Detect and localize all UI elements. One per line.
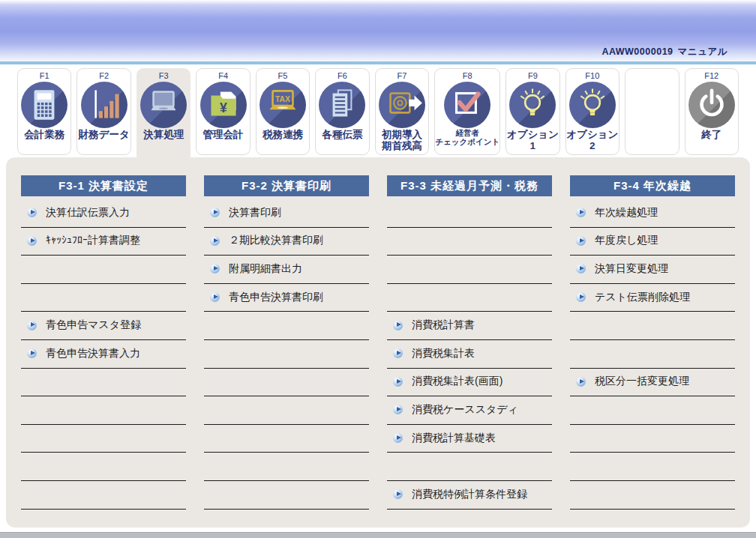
- menu-row-empty: [21, 369, 186, 397]
- bulb-icon: [569, 82, 616, 128]
- menu-row-empty: [21, 284, 186, 312]
- fkey-label: F12: [704, 70, 718, 81]
- menu-grid: F3-1 決算書設定 決算仕訳伝票入力 ｷｬｯｼｭﾌﾛｰ計算書調整 青色申告マス…: [6, 157, 750, 510]
- menu-item[interactable]: 決算書印刷: [204, 199, 369, 228]
- fkey-button-f7[interactable]: F7 初期導入期首残高: [375, 68, 429, 155]
- arrow-bullet-icon: [210, 208, 220, 217]
- fkey-button-f5[interactable]: F5 TAX 税務連携: [256, 68, 310, 155]
- menu-item[interactable]: ｷｬｯｼｭﾌﾛｰ計算書調整: [21, 228, 186, 256]
- fkey-button-f3[interactable]: F3 決算処理: [136, 68, 190, 155]
- safe-arrow-icon: [379, 82, 425, 128]
- menu-item-label: 青色申告決算書入力: [46, 347, 140, 360]
- menu-item-label: 青色申告マスタ登録: [46, 318, 141, 332]
- screen-id-area: AAWW0000019マニュアル: [602, 46, 728, 58]
- fkey-button-f12[interactable]: F12 終了: [685, 68, 739, 155]
- menu-item-label: 税区分一括変更処理: [595, 375, 689, 388]
- column-header: F3-1 決算書設定: [21, 175, 186, 196]
- menu-row-empty: [387, 228, 552, 256]
- menu-row-empty: [204, 396, 369, 425]
- laptop-icon: [140, 82, 187, 128]
- menu-row-empty: [570, 481, 735, 510]
- fkey-button-f2[interactable]: F2 財務データ: [76, 68, 130, 155]
- menu-row-empty: [21, 425, 186, 453]
- menu-item[interactable]: 消費税計算書: [387, 312, 552, 340]
- menu-item[interactable]: 消費税計算基礎表: [387, 425, 552, 453]
- menu-item[interactable]: テスト伝票削除処理: [570, 284, 735, 312]
- fkey-label: F3: [159, 70, 169, 81]
- arrow-bullet-icon: [27, 236, 37, 246]
- menu-row-empty: [204, 312, 369, 340]
- menu-row-empty: [204, 369, 369, 397]
- fkey-button-f6[interactable]: F6 各種伝票: [315, 68, 369, 155]
- menu-column: F3-3 未経過月予測・税務 消費税計算書 消費税集計表 消費税集計表(画面) …: [387, 175, 552, 510]
- arrow-bullet-icon: [393, 321, 403, 330]
- menu-item[interactable]: 消費税特例計算条件登録: [387, 481, 552, 510]
- bar-chart-icon: [81, 82, 128, 128]
- arrow-bullet-icon: [393, 377, 403, 387]
- arrow-bullet-icon: [210, 292, 220, 302]
- fkey-label: F7: [398, 70, 407, 81]
- fkey-name: 終了: [701, 129, 722, 140]
- arrow-bullet-icon: [210, 264, 220, 273]
- menu-item-label: 消費税集計表(画面): [412, 375, 502, 388]
- arrow-bullet-icon: [210, 236, 220, 246]
- arrow-bullet-icon: [27, 208, 37, 217]
- menu-item-label: 青色申告決算書印刷: [229, 291, 323, 304]
- bulb-icon: [509, 82, 556, 128]
- arrow-bullet-icon: [576, 377, 586, 387]
- arrow-bullet-icon: [576, 264, 586, 273]
- menu-row-empty: [204, 481, 369, 510]
- fkey-label: F9: [528, 70, 538, 81]
- menu-row-empty: [570, 453, 735, 481]
- menu-row-empty: [21, 481, 186, 510]
- menu-panel: F3-1 決算書設定 決算仕訳伝票入力 ｷｬｯｼｭﾌﾛｰ計算書調整 青色申告マス…: [6, 157, 750, 528]
- arrow-bullet-icon: [393, 433, 403, 443]
- fkey-name: 税務連携: [262, 129, 303, 140]
- calculator-icon: [21, 82, 68, 128]
- fkey-button-f10[interactable]: F10 オプション2: [566, 68, 620, 155]
- tax-laptop-icon: TAX: [260, 82, 306, 128]
- menu-item[interactable]: 消費税ケーススタディ: [387, 396, 552, 425]
- menu-item[interactable]: 青色申告決算書印刷: [204, 284, 369, 312]
- menu-item[interactable]: 税区分一括変更処理: [570, 369, 735, 397]
- menu-item-label: 消費税特例計算条件登録: [412, 488, 527, 501]
- menu-item[interactable]: 青色申告決算書入力: [21, 340, 186, 369]
- fkey-button-f9[interactable]: F9 オプション1: [506, 68, 560, 155]
- menu-row-empty: [21, 256, 186, 284]
- fkey-label: F6: [338, 70, 347, 81]
- screen-id: AAWW0000019: [602, 46, 673, 57]
- menu-column: F3-2 決算書印刷 決算書印刷 ２期比較決算書印刷 附属明細書出力 青色申告決…: [204, 175, 369, 510]
- menu-item[interactable]: 消費税集計表(画面): [387, 369, 552, 397]
- menu-item[interactable]: 決算仕訳伝票入力: [21, 199, 186, 228]
- menu-item-label: 消費税計算基礎表: [412, 432, 496, 445]
- arrow-bullet-icon: [27, 348, 37, 358]
- menu-item[interactable]: 決算日変更処理: [570, 256, 735, 284]
- menu-item[interactable]: 附属明細書出力: [204, 256, 369, 284]
- fkey-label: F4: [218, 70, 228, 81]
- fkey-button-f8[interactable]: F8 経営者チェックポイント: [434, 68, 500, 155]
- menu-row-empty: [387, 284, 552, 312]
- menu-item[interactable]: 消費税集計表: [387, 340, 552, 369]
- menu-item[interactable]: ２期比較決算書印刷: [204, 228, 369, 256]
- menu-item-label: 消費税集計表: [412, 347, 475, 360]
- menu-item[interactable]: 年次繰越処理: [570, 199, 735, 228]
- manual-link[interactable]: マニュアル: [678, 46, 728, 57]
- menu-item[interactable]: 年度戻し処理: [570, 228, 735, 256]
- fkey-label: F10: [585, 70, 599, 81]
- menu-row-empty: [204, 453, 369, 481]
- bottom-status-strip: [0, 532, 756, 538]
- column-header: F3-3 未経過月予測・税務: [387, 175, 552, 196]
- menu-item-label: 附属明細書出力: [229, 262, 302, 276]
- menu-row-empty: [570, 312, 735, 340]
- fkey-button-f1[interactable]: F1 会計業務: [17, 68, 71, 155]
- fkey-button-f4[interactable]: F4 ¥ 管理会計: [196, 68, 250, 155]
- fkey-label: F2: [99, 70, 109, 81]
- menu-item-label: 消費税計算書: [412, 318, 475, 332]
- documents-icon: [319, 82, 365, 128]
- menu-row-empty: [204, 425, 369, 453]
- menu-item-label: 決算日変更処理: [595, 262, 668, 276]
- menu-item-label: 決算仕訳伝票入力: [46, 206, 130, 220]
- svg-text:¥: ¥: [220, 100, 227, 115]
- menu-item[interactable]: 青色申告マスタ登録: [21, 312, 186, 340]
- column-header: F3-2 決算書印刷: [204, 175, 369, 196]
